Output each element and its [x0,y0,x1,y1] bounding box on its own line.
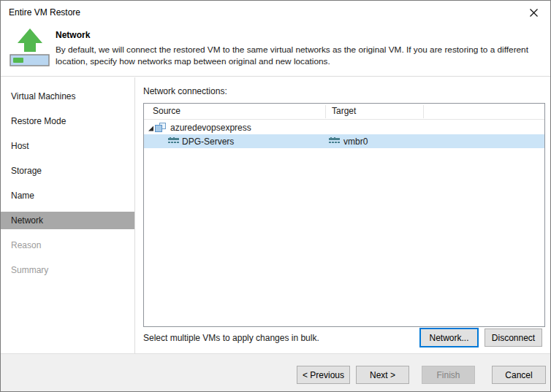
network-mapping-row[interactable]: DPG-Servers vmbr0 [144,134,544,148]
bulk-selection-note: Select multiple VMs to apply changes in … [143,333,319,343]
column-header-target[interactable]: Target [332,106,356,116]
network-connections-label: Network connections: [143,86,227,96]
sidebar-item-network[interactable]: Network [1,212,134,229]
close-icon[interactable] [528,7,539,18]
window-title: Entire VM Restore [9,7,80,18]
finish-button: Finish [422,366,475,384]
source-network-icon [168,137,179,147]
wizard-header: Network By default, we will connect the … [1,23,550,77]
sidebar-item-virtual-machines[interactable]: Virtual Machines [1,88,134,105]
sidebar-item-storage[interactable]: Storage [1,162,134,180]
restore-step-icon [10,28,50,69]
previous-button[interactable]: < Previous [297,366,350,384]
sidebar-item-restore-mode[interactable]: Restore Mode [1,112,134,130]
vm-host-icon [154,122,167,135]
column-separator[interactable] [423,105,424,118]
sidebar-item-name[interactable]: Name [1,187,134,204]
network-connections-table: Source Target azuredevopsexpress [143,103,545,327]
column-header-source[interactable]: Source [153,106,180,116]
target-network-icon [329,137,340,147]
sidebar-item-host[interactable]: Host [1,137,134,155]
disconnect-button[interactable]: Disconnect [484,328,542,347]
cancel-button[interactable]: Cancel [492,366,546,384]
column-separator[interactable] [325,105,326,118]
target-network-label: vmbr0 [343,137,368,147]
step-description: By default, we will connect the restored… [56,44,547,67]
entire-vm-restore-dialog: Entire VM Restore Network By default, we… [0,0,551,392]
step-title: Network [56,30,90,40]
tree-group-row[interactable]: azuredevopsexpress [144,120,544,134]
wizard-steps-sidebar: Virtual Machines Restore Mode Host Stora… [1,77,135,353]
source-network-label: DPG-Servers [182,137,234,147]
tree-group-label: azuredevopsexpress [170,123,251,133]
table-header: Source Target [144,104,544,120]
network-button[interactable]: Network... [419,328,479,347]
titlebar: Entire VM Restore [1,1,550,23]
sidebar-item-reason: Reason [1,237,134,254]
next-button[interactable]: Next > [356,366,409,384]
sidebar-item-summary: Summary [1,261,134,279]
dialog-footer: < Previous Next > Finish Cancel [1,353,550,392]
